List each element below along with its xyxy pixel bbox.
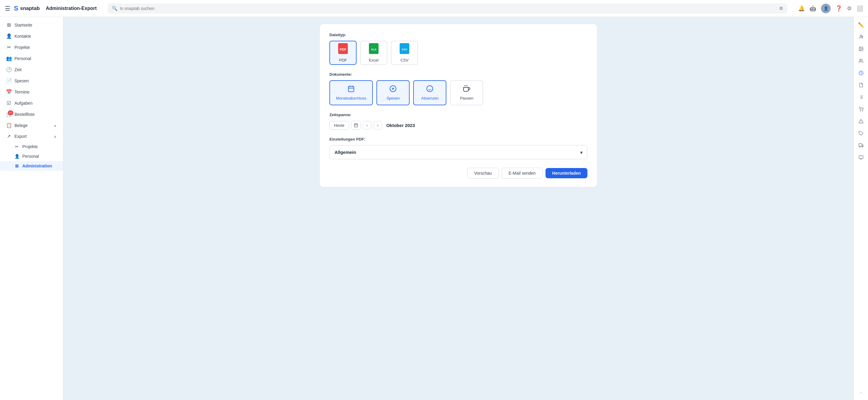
avatar[interactable]: 👤 <box>821 4 831 13</box>
svg-rect-44 <box>354 124 358 127</box>
doc-absenzen[interactable]: Absenzen <box>413 80 446 105</box>
filetype-excel-label: Excel <box>369 58 378 62</box>
sidebar-item-zeit[interactable]: 🕐 Zeit <box>0 64 63 75</box>
sidebar-sub-item-administration[interactable]: ⊞ Administration <box>0 161 63 171</box>
sidebar-item-label: Projekte <box>14 45 30 50</box>
dokumente-label: Dokumente: <box>330 72 587 77</box>
sidebar-sub-item-personal[interactable]: 👤 Personal <box>0 151 63 161</box>
einstellungen-label: Einstellungen PDF: <box>330 137 587 141</box>
svg-point-13 <box>860 111 861 111</box>
doc-pausen-label: Pausen <box>460 96 473 101</box>
sidebar-item-label: Export <box>14 134 27 139</box>
right-icon-warning[interactable] <box>855 116 867 127</box>
search-bar[interactable]: 🔍 ⚙ <box>107 3 787 13</box>
spesen-icon: 📄 <box>6 78 11 84</box>
svg-point-14 <box>862 111 863 111</box>
sidebar: ⊞ Startseite 👤 Kontakte ✂ Projekte 👥 Per… <box>0 17 63 400</box>
filetype-csv-label: CSV <box>401 58 409 62</box>
doc-absenzen-label: Absenzen <box>421 96 439 101</box>
svg-rect-18 <box>859 144 862 146</box>
zeitspanne-label: Zeitspanne: <box>330 113 587 117</box>
email-senden-button[interactable]: E-Mail senden <box>502 168 543 178</box>
logo-letter: S <box>14 4 19 12</box>
pdf-settings-select[interactable]: Allgemein <box>330 145 587 159</box>
sidebar-sub-item-label: Projekte <box>22 144 38 149</box>
sidebar-item-kontakte[interactable]: 👤 Kontakte <box>0 30 63 41</box>
fullscreen-icon[interactable]: ⬜ <box>857 5 863 12</box>
robot-icon[interactable]: 🤖 <box>809 5 816 12</box>
dokumente-row: Monatsabschluss Spesen <box>330 80 587 105</box>
sidebar-item-label: Belege <box>14 123 28 128</box>
sidebar-item-bestellliste[interactable]: 🛒 27 Bestellliste <box>0 109 63 120</box>
filter-icon[interactable]: ⚙ <box>779 6 783 11</box>
right-icon-document[interactable] <box>855 80 867 90</box>
sidebar-item-spesen[interactable]: 📄 Spesen <box>0 75 63 86</box>
menu-icon[interactable]: ☰ <box>5 5 10 12</box>
projects-icon: ✂ <box>6 44 11 50</box>
right-icon-time[interactable] <box>855 67 867 79</box>
time-icon: 🕐 <box>6 67 11 73</box>
right-icon-screen[interactable] <box>855 152 867 163</box>
sidebar-item-personal[interactable]: 👥 Personal <box>0 53 63 64</box>
sidebar-sub-item-projekte[interactable]: ✂ Projekte <box>0 142 63 151</box>
logo-name: snaptab <box>20 5 40 11</box>
notification-icon[interactable]: 🔔 <box>798 5 805 12</box>
filetype-csv[interactable]: CSV CSV <box>391 41 418 65</box>
right-icon-cart[interactable] <box>855 104 867 115</box>
right-icon-add-user[interactable] <box>855 31 867 42</box>
receipts-icon: 📋 <box>6 122 11 128</box>
sidebar-item-label: Bestellliste <box>14 112 35 117</box>
csv-icon: CSV <box>400 43 409 56</box>
chevron-up-icon: ▲ <box>53 123 57 127</box>
svg-text:PDF: PDF <box>340 48 346 51</box>
main-content: Dateityp: PDF PDF XLS <box>63 17 854 400</box>
right-icon-tag[interactable] <box>855 128 867 139</box>
sidebar-item-termine[interactable]: 📅 Termine <box>0 86 63 97</box>
herunterladen-button[interactable]: Herunterladen <box>546 168 587 178</box>
page-title: Administration-Export <box>46 6 97 11</box>
sidebar-item-projekte[interactable]: ✂ Projekte <box>0 41 63 53</box>
right-icon-list[interactable] <box>855 92 867 103</box>
sidebar-sub-item-label: Personal <box>22 154 39 159</box>
right-icon-group-add[interactable] <box>855 56 867 66</box>
contacts-icon: 👤 <box>6 33 11 39</box>
excel-icon: XLS <box>369 43 378 56</box>
sidebar-item-label: Aufgaben <box>14 101 33 106</box>
doc-spesen[interactable]: Spesen <box>376 80 410 105</box>
expand-icon[interactable]: › <box>855 387 867 398</box>
sidebar-item-label: Spesen <box>14 79 29 83</box>
spesen-doc-icon <box>390 85 397 94</box>
svg-marker-19 <box>862 144 863 146</box>
sub-projekte-icon: ✂ <box>14 144 19 149</box>
calendar-picker-button[interactable] <box>351 121 361 130</box>
sidebar-item-aufgaben[interactable]: ☑ Aufgaben <box>0 97 63 109</box>
zeitspanne-row: Heute ‹ › Oktober 2023 <box>330 121 587 130</box>
right-icon-bus[interactable] <box>855 140 867 151</box>
help-icon[interactable]: ❓ <box>835 5 842 12</box>
filetype-excel[interactable]: XLS Excel <box>360 41 387 65</box>
sidebar-sub-item-label: Administration <box>22 164 52 168</box>
sidebar-item-belege[interactable]: 📋 Belege ▲ <box>0 120 63 131</box>
topbar-icons: 🔔 🤖 👤 ❓ ⚙ ⬜ <box>798 4 863 13</box>
right-icon-image[interactable] <box>855 44 867 54</box>
settings-icon[interactable]: ⚙ <box>847 5 852 12</box>
logo[interactable]: S snaptab <box>14 4 40 12</box>
search-icon: 🔍 <box>112 6 118 11</box>
badge-count: 27 <box>8 110 13 115</box>
sidebar-item-label: Personal <box>14 56 31 61</box>
sidebar-item-startseite[interactable]: ⊞ Startseite <box>0 19 63 30</box>
right-icon-edit[interactable]: ✏️ <box>855 19 867 30</box>
search-input[interactable] <box>120 6 777 11</box>
heute-button[interactable]: Heute <box>330 121 349 130</box>
doc-pausen[interactable]: Pausen <box>450 80 483 105</box>
doc-spesen-label: Spesen <box>386 96 400 101</box>
filetype-pdf[interactable]: PDF PDF <box>330 41 356 65</box>
prev-month-button[interactable]: ‹ <box>363 121 371 130</box>
doc-monatsabschluss[interactable]: Monatsabschluss <box>330 80 373 105</box>
svg-point-38 <box>427 86 433 92</box>
next-month-button[interactable]: › <box>374 121 382 130</box>
absenzen-icon <box>426 85 433 94</box>
vorschau-button[interactable]: Vorschau <box>467 168 498 178</box>
svg-point-5 <box>860 59 861 61</box>
sidebar-item-export[interactable]: ↗ Export ▲ <box>0 131 63 142</box>
